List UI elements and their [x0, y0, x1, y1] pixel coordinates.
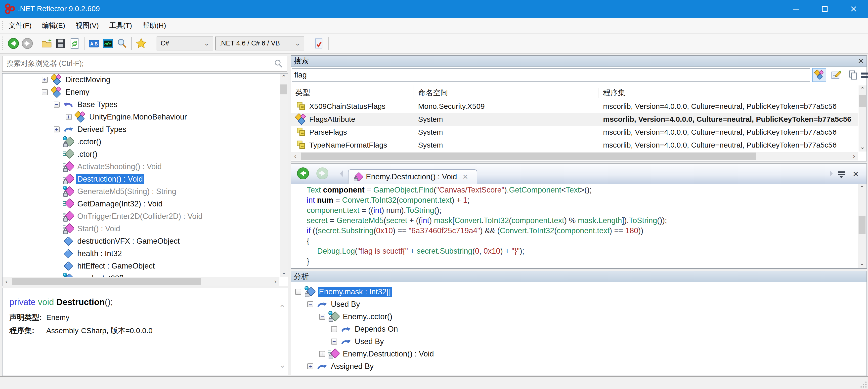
search-result-row[interactable]: X509ChainStatusFlagsMono.Security.X509ms…: [291, 100, 858, 113]
list-menu-icon[interactable]: [860, 68, 868, 82]
framework-select[interactable]: .NET 4.6 / C# 6 / VB⌄: [215, 36, 304, 51]
search-icon[interactable]: [116, 38, 127, 49]
code-tab[interactable]: Enemy.Destruction() : Void ✕: [348, 169, 477, 184]
tree-item[interactable]: Enemy..cctor(): [291, 311, 867, 323]
filter-members-icon[interactable]: [829, 68, 843, 82]
tree-item[interactable]: Assigned By: [291, 360, 867, 372]
search-query-input[interactable]: flag: [292, 68, 810, 82]
menu-item-0[interactable]: 文件(F): [3, 21, 37, 30]
search-vscroll-thumb[interactable]: [859, 95, 866, 107]
column-header-1[interactable]: 命名空间: [414, 88, 599, 98]
resize-grip-icon[interactable]: [860, 381, 867, 388]
search-hscroll-thumb[interactable]: [301, 153, 756, 160]
expand-icon[interactable]: [319, 351, 325, 357]
menu-item-2[interactable]: 视图(V): [70, 21, 104, 30]
tree-item[interactable]: Enemy: [2, 86, 279, 98]
minimize-button[interactable]: [781, 0, 810, 18]
search-close-icon[interactable]: ✕: [858, 57, 864, 65]
scroll-left-button[interactable]: ‹: [291, 152, 299, 160]
save-icon[interactable]: [55, 38, 66, 49]
search-vertical-scrollbar[interactable]: ⌃ ⌄: [859, 86, 867, 152]
collapse-icon[interactable]: [319, 314, 325, 320]
object-browser-search[interactable]: 搜索对象浏览器 (Ctrl-F);: [2, 56, 287, 71]
scroll-up-button[interactable]: ⌃: [858, 184, 866, 192]
tree-item[interactable]: Start() : Void: [2, 223, 279, 235]
tree-item[interactable]: mask : Int32[]: [2, 272, 279, 277]
tree-item[interactable]: Depends On: [291, 323, 867, 335]
back-icon[interactable]: [8, 38, 19, 49]
rename-icon[interactable]: A.B: [88, 38, 100, 49]
refresh-icon[interactable]: [69, 38, 80, 49]
tree-item[interactable]: OnTriggerEnter2D(Collider2D) : Void: [2, 210, 279, 223]
code-vertical-scrollbar[interactable]: ⌃ ⌄: [858, 184, 866, 268]
check-document-icon[interactable]: [313, 38, 324, 49]
tree-item[interactable]: Enemy.mask : Int32[]: [291, 286, 867, 298]
open-icon[interactable]: [41, 38, 53, 49]
menu-item-4[interactable]: 帮助(H): [137, 21, 171, 30]
tree-item[interactable]: ActivateShooting() : Void: [2, 160, 279, 173]
tree-item[interactable]: DirectMoving: [2, 73, 279, 86]
forward-icon[interactable]: [22, 38, 33, 49]
scroll-down-button[interactable]: ⌄: [858, 260, 866, 268]
scroll-right-button[interactable]: ›: [272, 277, 279, 286]
code-close-icon[interactable]: ✕: [852, 169, 859, 179]
declaring-type-value[interactable]: Enemy: [46, 313, 69, 321]
search-horizontal-scrollbar[interactable]: ‹ ›: [291, 152, 858, 160]
column-header-2[interactable]: 程序集: [599, 88, 858, 98]
tree-vscroll-thumb[interactable]: [280, 85, 287, 94]
tree-item[interactable]: hitEffect : GameObject: [2, 260, 279, 272]
collapse-icon[interactable]: [42, 89, 48, 95]
tree-item[interactable]: health : Int32: [2, 248, 279, 260]
language-select[interactable]: C#⌄: [157, 36, 213, 51]
tree-item[interactable]: .cctor(): [2, 136, 279, 148]
tree-item[interactable]: Destruction() : Void: [2, 173, 279, 185]
scroll-down-button[interactable]: ⌄: [859, 143, 867, 152]
menu-item-1[interactable]: 编辑(E): [37, 21, 70, 30]
scroll-down-button[interactable]: ⌄: [280, 269, 288, 277]
search-result-row[interactable]: ParseFlagsSystemmscorlib, Version=4.0.0.…: [291, 126, 858, 139]
tree-item[interactable]: Enemy.Destruction() : Void: [291, 348, 867, 360]
tree-item[interactable]: UnityEngine.MonoBehaviour: [2, 111, 279, 123]
column-header-0[interactable]: 类型: [291, 86, 414, 100]
tree-item[interactable]: .ctor(): [2, 148, 279, 160]
code-vscroll-thumb[interactable]: [859, 216, 866, 234]
tree-item[interactable]: Used By: [291, 298, 867, 311]
tree-vertical-scrollbar[interactable]: ⌃ ⌄: [280, 73, 288, 277]
tab-list-icon[interactable]: [837, 170, 846, 179]
tree-item[interactable]: Derived Types: [2, 123, 279, 136]
scroll-right-button[interactable]: ›: [850, 152, 858, 160]
collapse-icon[interactable]: [307, 301, 313, 307]
tree-item[interactable]: GetDamage(Int32) : Void: [2, 198, 279, 210]
tree-item[interactable]: GenerateMd5(String) : String: [2, 185, 279, 198]
tab-scroll-right-icon[interactable]: [827, 169, 835, 178]
tab-scroll-left-icon[interactable]: [337, 169, 346, 178]
tree-item[interactable]: destructionVFX : GameObject: [2, 235, 279, 248]
close-button[interactable]: [839, 0, 868, 18]
tree-item[interactable]: Used By: [291, 335, 867, 348]
code-forward-button[interactable]: [316, 167, 329, 180]
expand-icon[interactable]: [42, 77, 48, 83]
menu-item-3[interactable]: 工具(T): [104, 21, 137, 30]
collapse-icon[interactable]: [54, 102, 60, 107]
collapse-icon[interactable]: [295, 289, 301, 295]
code-area[interactable]: Text component = GameObject.Find("Canvas…: [291, 184, 858, 268]
tree-hscroll-thumb[interactable]: [12, 278, 201, 285]
expand-icon[interactable]: [66, 114, 71, 120]
search-result-row[interactable]: FlagsAttributeSystemmscorlib, Version=4.…: [291, 113, 858, 126]
tab-close-icon[interactable]: ✕: [462, 173, 468, 181]
maximize-button[interactable]: [810, 0, 839, 18]
code-back-button[interactable]: [297, 167, 309, 180]
expand-icon[interactable]: [54, 126, 60, 132]
scroll-up-button[interactable]: ⌃: [859, 86, 867, 93]
expand-icon[interactable]: [331, 326, 337, 332]
search-result-row[interactable]: TypeNameFormatFlagsSystemmscorlib, Versi…: [291, 139, 858, 152]
expand-icon[interactable]: [331, 338, 337, 345]
scroll-left-button[interactable]: ‹: [2, 277, 10, 286]
expand-icon[interactable]: [307, 363, 313, 369]
disassembler-icon[interactable]: [102, 38, 114, 49]
tree-item[interactable]: Base Types: [2, 98, 279, 111]
info-scroll-up-icon[interactable]: ⌃: [279, 303, 286, 313]
info-scroll-down-icon[interactable]: ⌄: [279, 360, 286, 369]
scroll-up-button[interactable]: ⌃: [280, 73, 288, 82]
favorites-icon[interactable]: [135, 38, 147, 49]
